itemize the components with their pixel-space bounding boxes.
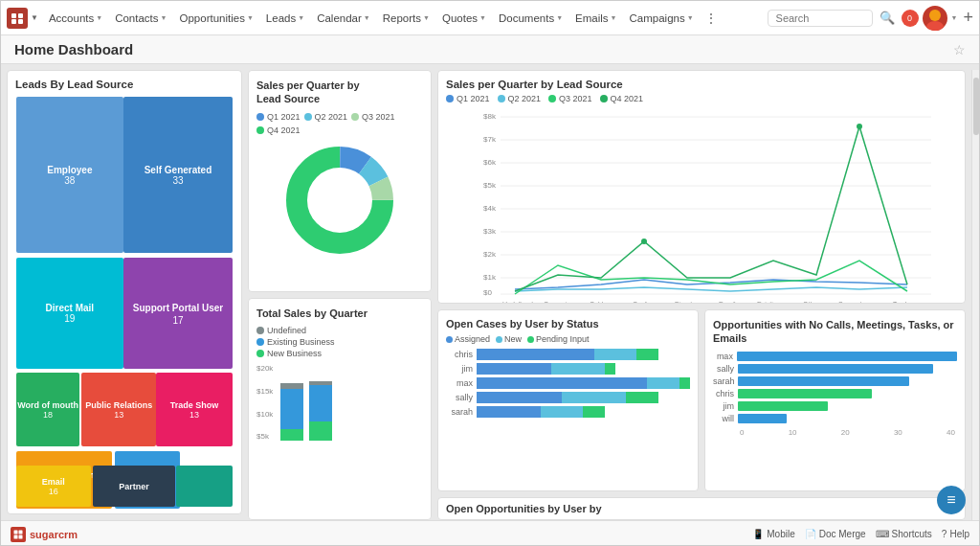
open-opps-card: Open Opportunities by User by bbox=[437, 497, 966, 520]
footer-logo: sugarcrm bbox=[11, 527, 78, 542]
nav-item-quotes[interactable]: Quotes▼ bbox=[436, 10, 492, 27]
opportunities-card: Opportunities with No Calls, Meetings, T… bbox=[704, 309, 966, 491]
user-avatar[interactable] bbox=[923, 6, 947, 31]
svg-point-45 bbox=[857, 124, 862, 129]
svg-text:$0: $0 bbox=[483, 288, 492, 297]
legend-q2-2021: Q2 2021 bbox=[304, 112, 348, 122]
line-chart-title: Sales per Quarter by Lead Source bbox=[446, 79, 957, 90]
nav-item-opportunities[interactable]: Opportunities▼ bbox=[174, 10, 259, 27]
svg-point-5 bbox=[926, 21, 944, 31]
total-sales-card: Total Sales by Quarter Undefined Existin… bbox=[248, 298, 432, 520]
nav-item-accounts[interactable]: Accounts▼ bbox=[43, 10, 108, 27]
svg-rect-49 bbox=[14, 535, 18, 538]
help-icon: ? bbox=[942, 529, 947, 539]
svg-text:$3k: $3k bbox=[483, 227, 497, 236]
svg-text:Direct: Direct bbox=[675, 301, 692, 304]
svg-rect-47 bbox=[14, 530, 18, 534]
logo-chevron: ▼ bbox=[31, 13, 38, 22]
svg-rect-1 bbox=[18, 13, 23, 18]
nav-item-reports[interactable]: Reports▼ bbox=[377, 10, 435, 27]
open-cases-card: Open Cases by User by Status Assigned Ne… bbox=[437, 309, 699, 491]
add-icon[interactable]: + bbox=[963, 8, 973, 28]
tm-pr-label: Public Relations bbox=[85, 400, 152, 410]
top-nav: ▼ Accounts▼ Contacts▼ Opportunities▼ Lea… bbox=[1, 1, 979, 35]
nav-item-leads[interactable]: Leads▼ bbox=[260, 10, 310, 27]
legend-q4-2021: Q4 2021 bbox=[256, 125, 301, 135]
svg-rect-50 bbox=[19, 535, 23, 538]
tm-tradeshow-label: Trade Show bbox=[170, 400, 219, 410]
total-sales-title: Total Sales by Quarter bbox=[256, 307, 423, 320]
line-chart-svg-container: $8k $7k $6k $5k $4k $3k $2k $1k $0 bbox=[446, 107, 957, 302]
treemap-title: Leads By Lead Source bbox=[15, 79, 234, 90]
footer: sugarcrm 📱 Mobile 📄 Doc Merge ⌨ Shortcut… bbox=[1, 520, 979, 546]
line-chart-svg: $8k $7k $6k $5k $4k $3k $2k $1k $0 bbox=[446, 107, 957, 299]
tm-email-value: 16 bbox=[49, 487, 58, 496]
legend-q3-2021: Q3 2021 bbox=[351, 112, 395, 122]
logo-icon bbox=[7, 8, 28, 29]
fab-button[interactable]: ≡ bbox=[937, 486, 966, 491]
nav-item-calendar[interactable]: Calendar▼ bbox=[311, 10, 376, 27]
svg-rect-48 bbox=[19, 530, 23, 534]
footer-help[interactable]: ? Help bbox=[942, 529, 969, 539]
tm-support-label: Support Portal User bbox=[131, 301, 225, 315]
line-chart-card: Sales per Quarter by Lead Source Q1 2021… bbox=[437, 70, 966, 304]
nav-item-contacts[interactable]: Contacts▼ bbox=[109, 10, 172, 27]
svg-text:$1k: $1k bbox=[483, 273, 497, 282]
svg-text:$7k: $7k bbox=[483, 135, 497, 144]
tm-selfgen-value: 33 bbox=[172, 175, 183, 186]
svg-point-10 bbox=[311, 171, 368, 229]
tm-email-label: Email bbox=[42, 477, 65, 487]
tm-support-value: 17 bbox=[172, 315, 183, 326]
nav-item-campaigns[interactable]: Campaigns▼ bbox=[624, 10, 700, 27]
svg-text:$6k: $6k bbox=[483, 158, 497, 167]
scroll-thumb[interactable] bbox=[973, 78, 979, 135]
footer-doc-merge[interactable]: 📄 Doc Merge bbox=[805, 529, 866, 539]
open-opps-title: Open Opportunities by User by bbox=[446, 503, 602, 514]
svg-text:Trade: Trade bbox=[893, 301, 910, 304]
donut-chart bbox=[282, 143, 397, 258]
svg-text:$5k: $5k bbox=[483, 181, 497, 190]
mobile-icon: 📱 bbox=[752, 529, 764, 539]
nav-logo[interactable]: ▼ bbox=[7, 8, 38, 29]
svg-point-4 bbox=[929, 10, 941, 21]
svg-text:Undefined: Undefined bbox=[502, 301, 533, 304]
svg-text:$8k: $8k bbox=[483, 112, 497, 121]
svg-text:Support: Support bbox=[838, 301, 862, 304]
tm-wordofmouth-value: 18 bbox=[43, 410, 53, 420]
search-input[interactable] bbox=[768, 10, 873, 27]
svg-text:Conference: Conference bbox=[633, 301, 667, 304]
doc-merge-icon: 📄 bbox=[805, 529, 816, 539]
page-header: Home Dashboard ☆ bbox=[1, 35, 979, 64]
tm-employee-value: 38 bbox=[64, 175, 75, 186]
search-icon[interactable]: 🔍 bbox=[877, 8, 898, 29]
shortcuts-icon: ⌨ bbox=[876, 529, 889, 539]
nav-item-documents[interactable]: Documents▼ bbox=[493, 10, 568, 27]
svg-text:Existing: Existing bbox=[757, 301, 781, 304]
nav-more-icon[interactable]: ⋮ bbox=[701, 8, 722, 29]
svg-text:$2k: $2k bbox=[483, 250, 497, 259]
svg-point-46 bbox=[641, 239, 647, 244]
star-icon[interactable]: ☆ bbox=[953, 42, 966, 57]
page-title: Home Dashboard bbox=[14, 41, 133, 57]
footer-logo-icon bbox=[11, 527, 26, 542]
tm-partner-label: Partner bbox=[119, 482, 149, 491]
scrollbar[interactable] bbox=[971, 70, 979, 520]
tm-directmail-value: 19 bbox=[64, 313, 75, 324]
footer-shortcuts[interactable]: ⌨ Shortcuts bbox=[876, 529, 932, 539]
svg-text:Other: Other bbox=[803, 301, 820, 304]
tm-selfgen-label: Self Generated bbox=[145, 165, 212, 175]
svg-text:Email: Email bbox=[719, 301, 736, 304]
nav-item-emails[interactable]: Emails▼ bbox=[569, 10, 622, 27]
user-chevron: ▼ bbox=[951, 14, 958, 21]
tm-pr-value: 13 bbox=[114, 410, 123, 420]
tm-directmail-label: Direct Mail bbox=[46, 303, 95, 313]
legend-q1-2021: Q1 2021 bbox=[256, 112, 301, 122]
footer-mobile[interactable]: 📱 Mobile bbox=[752, 529, 794, 539]
donut-title: Sales per Quarter byLead Source bbox=[256, 79, 423, 106]
svg-rect-0 bbox=[11, 13, 16, 18]
open-cases-title: Open Cases by User by Status bbox=[446, 318, 690, 330]
opportunities-title: Opportunities with No Calls, Meetings, T… bbox=[713, 318, 957, 346]
footer-logo-text: sugarcrm bbox=[30, 529, 78, 540]
notification-badge[interactable]: 0 bbox=[902, 10, 919, 27]
donut-card: Sales per Quarter byLead Source Q1 2021 … bbox=[248, 70, 432, 292]
